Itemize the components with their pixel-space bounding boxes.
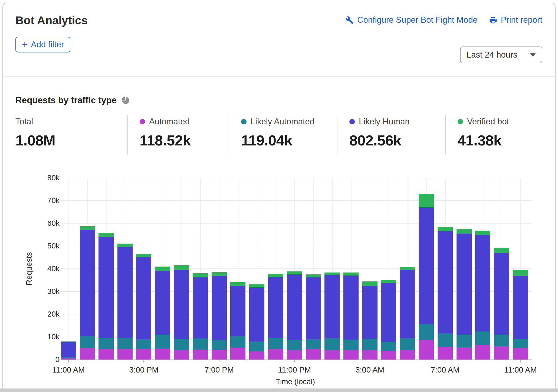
bar-segment[interactable] — [381, 280, 396, 283]
bar-segment[interactable] — [230, 286, 245, 336]
bar-segment[interactable] — [212, 340, 227, 350]
bar-segment[interactable] — [494, 335, 509, 347]
bar-segment[interactable] — [193, 338, 208, 350]
bar-segment[interactable] — [249, 284, 264, 287]
bar-segment[interactable] — [306, 339, 321, 349]
bar-segment[interactable] — [475, 231, 490, 235]
bar-segment[interactable] — [513, 348, 528, 360]
bar-segment[interactable] — [136, 339, 151, 349]
bar-segment[interactable] — [193, 277, 208, 338]
bar-segment[interactable] — [249, 341, 264, 351]
bar-segment[interactable] — [457, 347, 472, 360]
bar-segment[interactable] — [61, 342, 76, 357]
bar-segment[interactable] — [475, 345, 490, 360]
bar-segment[interactable] — [400, 338, 415, 350]
bar-segment[interactable] — [136, 254, 151, 257]
bar-segment[interactable] — [117, 338, 133, 349]
bar-segment[interactable] — [513, 276, 528, 339]
bar-segment[interactable] — [438, 347, 453, 360]
bar-segment[interactable] — [249, 287, 264, 341]
bar-segment[interactable] — [117, 247, 133, 338]
bar-segment[interactable] — [61, 341, 76, 342]
bar-segment[interactable] — [174, 265, 189, 270]
bar-segment[interactable] — [80, 230, 95, 336]
bar-segment[interactable] — [475, 331, 490, 345]
bar-segment[interactable] — [362, 281, 378, 286]
bar-segment[interactable] — [381, 351, 396, 360]
bar-segment[interactable] — [400, 267, 415, 270]
bar-segment[interactable] — [268, 277, 283, 338]
bar-segment[interactable] — [306, 349, 321, 360]
configure-super-bot-fight-mode-link[interactable]: Configure Super Bot Fight Mode — [345, 15, 478, 25]
bar-segment[interactable] — [99, 338, 114, 349]
bar-segment[interactable] — [117, 244, 133, 247]
bar-segment[interactable] — [457, 229, 472, 234]
bar-segment[interactable] — [343, 340, 359, 350]
bar-segment[interactable] — [99, 233, 114, 237]
bar-segment[interactable] — [155, 335, 170, 348]
bar-segment[interactable] — [287, 274, 302, 340]
bar-segment[interactable] — [343, 350, 359, 360]
print-report-link[interactable]: Print report — [489, 15, 542, 25]
bar-segment[interactable] — [136, 257, 151, 339]
bar-segment[interactable] — [494, 346, 509, 360]
bar-segment[interactable] — [343, 273, 359, 275]
bar-segment[interactable] — [174, 270, 189, 339]
bar-segment[interactable] — [306, 277, 321, 339]
bar-segment[interactable] — [193, 273, 208, 277]
bar-segment[interactable] — [438, 333, 453, 347]
bar-segment[interactable] — [324, 338, 340, 350]
bar-segment[interactable] — [513, 270, 528, 276]
bar-segment[interactable] — [61, 357, 76, 358]
bar-segment[interactable] — [494, 253, 509, 334]
bar-segment[interactable] — [381, 283, 396, 342]
bar-segment[interactable] — [494, 248, 509, 253]
bar-segment[interactable] — [438, 231, 453, 334]
bar-segment[interactable] — [362, 350, 378, 360]
bar-segment[interactable] — [99, 349, 114, 360]
bar-segment[interactable] — [381, 342, 396, 351]
bar-segment[interactable] — [400, 350, 415, 360]
bar-segment[interactable] — [230, 348, 245, 360]
bar-segment[interactable] — [212, 350, 227, 360]
bar-segment[interactable] — [419, 194, 434, 207]
bar-segment[interactable] — [419, 340, 434, 360]
bar-segment[interactable] — [99, 237, 114, 337]
bar-segment[interactable] — [457, 335, 472, 347]
bar-segment[interactable] — [268, 349, 283, 360]
bar-segment[interactable] — [438, 227, 453, 231]
bar-segment[interactable] — [230, 282, 245, 286]
time-range-dropdown[interactable]: Last 24 hours — [460, 46, 542, 63]
bar-segment[interactable] — [193, 350, 208, 360]
bar-segment[interactable] — [324, 350, 340, 360]
bar-segment[interactable] — [324, 273, 340, 275]
bar-segment[interactable] — [419, 207, 434, 324]
bar-segment[interactable] — [287, 350, 302, 360]
bar-segment[interactable] — [174, 339, 189, 350]
bar-segment[interactable] — [343, 275, 359, 340]
bar-segment[interactable] — [362, 339, 378, 350]
bar-segment[interactable] — [230, 336, 245, 348]
bar-segment[interactable] — [80, 348, 95, 360]
add-filter-button[interactable]: + Add filter — [15, 37, 70, 52]
bar-segment[interactable] — [457, 234, 472, 335]
bar-segment[interactable] — [249, 351, 264, 360]
bar-segment[interactable] — [287, 340, 302, 350]
bar-segment[interactable] — [513, 339, 528, 348]
bar-segment[interactable] — [419, 324, 434, 340]
bar-segment[interactable] — [268, 338, 283, 349]
bar-segment[interactable] — [306, 274, 321, 277]
bar-segment[interactable] — [268, 274, 283, 277]
bar-segment[interactable] — [212, 276, 227, 340]
bar-segment[interactable] — [136, 349, 151, 360]
bar-segment[interactable] — [212, 272, 227, 276]
bar-segment[interactable] — [155, 267, 170, 271]
bar-segment[interactable] — [117, 349, 133, 360]
bar-segment[interactable] — [324, 275, 340, 338]
bar-segment[interactable] — [80, 226, 95, 230]
bar-segment[interactable] — [475, 235, 490, 331]
bar-segment[interactable] — [174, 350, 189, 360]
bar-segment[interactable] — [400, 270, 415, 338]
bar-segment[interactable] — [287, 271, 302, 274]
bar-segment[interactable] — [155, 348, 170, 360]
